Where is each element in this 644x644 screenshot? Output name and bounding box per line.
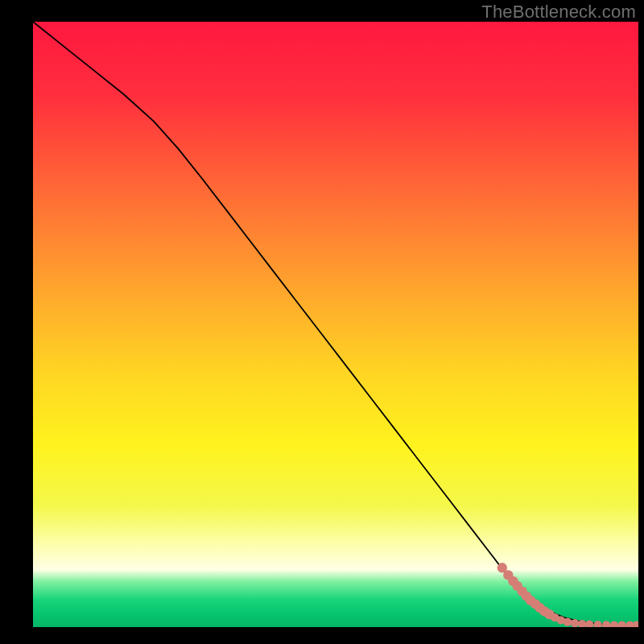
plot-overlay	[33, 22, 638, 627]
chart-frame: TheBottleneck.com	[0, 0, 644, 644]
marker-dot	[593, 621, 601, 627]
marker-dot	[564, 617, 572, 625]
marker-dot	[602, 621, 610, 627]
marker-cluster	[497, 563, 638, 627]
marker-dot	[633, 621, 638, 627]
bottleneck-curve	[33, 22, 638, 625]
marker-dot	[610, 621, 618, 627]
marker-dot	[585, 621, 593, 627]
plot-area	[33, 22, 638, 627]
marker-dot	[571, 619, 579, 627]
attribution-text: TheBottleneck.com	[481, 2, 636, 23]
marker-dot	[618, 621, 626, 627]
